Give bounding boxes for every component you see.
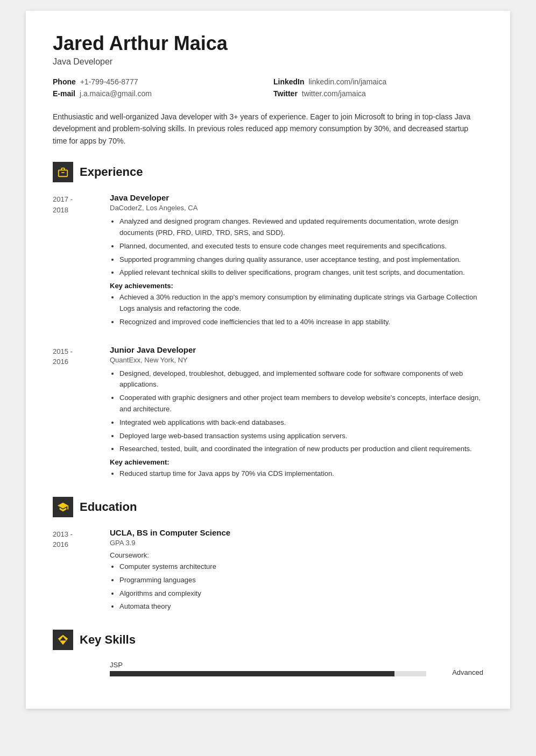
education-entries: 2013 - 2016UCLA, BS in Computer ScienceG… [53,528,483,615]
entry-content: Junior Java DeveloperQuantExx, New York,… [110,345,483,482]
key-achievements-bullets: Reduced startup time for Java apps by 70… [110,468,483,480]
entry-bullets: Analyzed and designed program changes. R… [110,216,483,279]
linkedin-value: linkedin.com/in/jamaica [308,77,386,86]
experience-entry: 2017 - 2018Java DeveloperDaCoderZ, Los A… [53,193,483,330]
education-section-header: Education [53,497,483,517]
candidate-title: Java Developer [53,57,483,67]
bullet-item: Deployed large web-based transaction sys… [119,431,483,442]
email-label: E-mail [53,89,75,98]
coursework-item: Automata theory [119,601,483,612]
bullet-item: Supported programming changes during qua… [119,254,483,266]
entry-job-title: Junior Java Developer [110,345,483,354]
bullet-item: Analyzed and designed program changes. R… [119,216,483,239]
phone-label: Phone [53,77,76,86]
linkedin-label: LinkedIn [273,77,305,86]
entry-date: 2015 - 2016 [53,345,101,482]
skill-bar-fill [110,671,394,676]
twitter-label: Twitter [273,89,298,98]
skills-section-header: Key Skills [53,630,483,650]
entry-job-title: Java Developer [110,193,483,202]
edu-gpa: GPA 3.9 [110,539,483,547]
bullet-item: Cooperated with graphic designers and ot… [119,393,483,415]
graduation-icon [57,501,69,513]
edu-content: UCLA, BS in Computer ScienceGPA 3.9Cours… [110,528,483,615]
skills-icon [53,630,73,650]
skills-entries: JSPAdvanced [53,661,483,676]
key-achievements-label: Key achievements: [110,282,483,290]
candidate-name: Jared Arthur Maica [53,32,483,55]
bullet-item: Applied relevant technical skills to del… [119,267,483,279]
skills-diamond-icon [57,634,69,646]
coursework-item: Algorithms and complexity [119,588,483,600]
key-achievements-bullets: Achieved a 30% reduction in the app's me… [110,292,483,327]
achievement-item: Reduced startup time for Java apps by 70… [119,468,483,480]
skill-level-label: Advanced [435,668,483,676]
entry-company: DaCoderZ, Los Angeles, CA [110,204,483,212]
edu-date: 2013 - 2016 [53,528,101,615]
coursework-label: Coursework: [110,551,483,559]
coursework-bullets: Computer systems architectureProgramming… [110,561,483,612]
experience-entry: 2015 - 2016Junior Java DeveloperQuantExx… [53,345,483,482]
skills-title: Key Skills [80,633,136,647]
skill-bar-container [110,671,426,676]
entry-bullets: Designed, developed, troubleshot, debugg… [110,368,483,455]
experience-title: Experience [80,165,143,179]
key-achievements-label: Key achievement: [110,458,483,466]
experience-section-header: Experience [53,162,483,182]
bullet-item: Integrated web applications with back-en… [119,417,483,429]
phone-value: +1-799-456-8777 [80,77,138,86]
svg-rect-0 [61,172,65,173]
linkedin-item: LinkedIn linkedin.com/in/jamaica [273,77,483,86]
bullet-item: Planned, documented, and executed tests … [119,241,483,252]
skill-name-bar: JSP [110,661,426,676]
skill-name: JSP [110,661,426,669]
coursework-item: Computer systems architecture [119,561,483,573]
education-icon [53,497,73,517]
twitter-item: Twitter twitter.com/jamaica [273,89,483,98]
experience-entries: 2017 - 2018Java DeveloperDaCoderZ, Los A… [53,193,483,482]
summary-text: Enthusiastic and well-organized Java dev… [53,111,483,147]
phone-item: Phone +1-799-456-8777 [53,77,263,86]
education-title: Education [80,500,137,514]
entry-content: Java DeveloperDaCoderZ, Los Angeles, CAA… [110,193,483,330]
coursework-item: Programming languages [119,575,483,586]
email-item: E-mail j.a.maica@gmail.com [53,89,263,98]
edu-degree: UCLA, BS in Computer Science [110,528,483,537]
email-value: j.a.maica@gmail.com [80,89,152,98]
education-entry: 2013 - 2016UCLA, BS in Computer ScienceG… [53,528,483,615]
experience-icon [53,162,73,182]
twitter-value: twitter.com/jamaica [302,89,366,98]
achievement-item: Recognized and improved code inefficienc… [119,317,483,328]
entry-company: QuantExx, New York, NY [110,356,483,364]
briefcase-icon [57,166,69,178]
bullet-item: Researched, tested, built, and coordinat… [119,444,483,455]
resume-container: Jared Arthur Maica Java Developer Phone … [26,11,510,709]
entry-date: 2017 - 2018 [53,193,101,330]
bullet-item: Designed, developed, troubleshot, debugg… [119,368,483,391]
skill-row: JSPAdvanced [53,661,483,676]
contact-grid: Phone +1-799-456-8777 LinkedIn linkedin.… [53,77,483,98]
achievement-item: Achieved a 30% reduction in the app's me… [119,292,483,315]
